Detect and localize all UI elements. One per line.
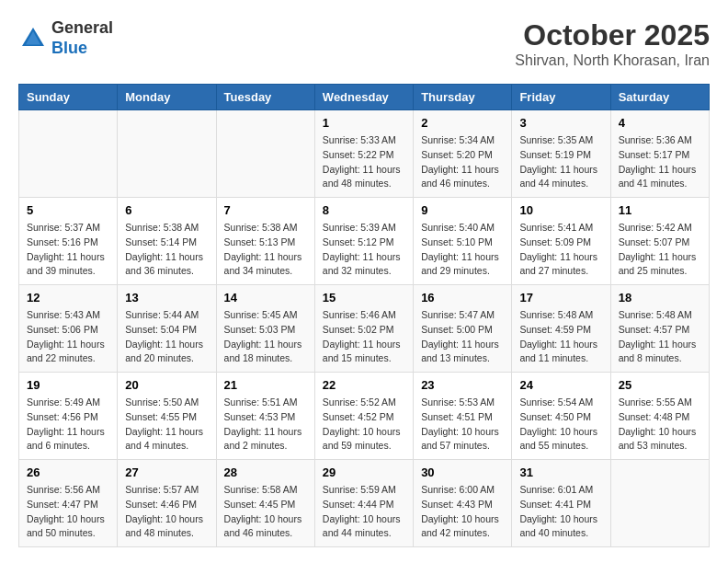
calendar-cell: 3Sunrise: 5:35 AM Sunset: 5:19 PM Daylig…: [512, 110, 610, 198]
day-number: 6: [125, 203, 208, 217]
day-info: Sunrise: 5:38 AM Sunset: 5:13 PM Dayligh…: [224, 221, 307, 279]
calendar-cell: 18Sunrise: 5:48 AM Sunset: 4:57 PM Dayli…: [610, 285, 709, 373]
weekday-header-row: SundayMondayTuesdayWednesdayThursdayFrid…: [19, 85, 710, 110]
day-info: Sunrise: 5:40 AM Sunset: 5:10 PM Dayligh…: [421, 221, 504, 279]
weekday-header-friday: Friday: [512, 85, 610, 110]
day-number: 15: [323, 291, 405, 304]
day-info: Sunrise: 5:38 AM Sunset: 5:14 PM Dayligh…: [125, 221, 208, 279]
day-info: Sunrise: 5:34 AM Sunset: 5:20 PM Dayligh…: [421, 133, 504, 191]
day-info: Sunrise: 5:56 AM Sunset: 4:47 PM Dayligh…: [27, 483, 109, 541]
day-number: 21: [224, 378, 307, 392]
day-number: 10: [519, 203, 602, 217]
day-number: 31: [519, 465, 602, 479]
day-info: Sunrise: 5:41 AM Sunset: 5:09 PM Dayligh…: [519, 221, 602, 279]
day-info: Sunrise: 5:35 AM Sunset: 5:19 PM Dayligh…: [519, 133, 602, 191]
logo-text: General Blue: [51, 18, 113, 58]
day-info: Sunrise: 5:54 AM Sunset: 4:50 PM Dayligh…: [519, 396, 602, 454]
calendar-cell: 12Sunrise: 5:43 AM Sunset: 5:06 PM Dayli…: [19, 285, 118, 373]
day-number: 16: [421, 291, 504, 304]
calendar-cell: 14Sunrise: 5:45 AM Sunset: 5:03 PM Dayli…: [216, 285, 314, 373]
day-info: Sunrise: 6:01 AM Sunset: 4:41 PM Dayligh…: [519, 483, 602, 541]
weekday-header-thursday: Thursday: [414, 85, 512, 110]
day-number: 13: [125, 291, 208, 304]
calendar-cell: 20Sunrise: 5:50 AM Sunset: 4:55 PM Dayli…: [118, 373, 216, 460]
weekday-header-monday: Monday: [118, 85, 216, 110]
day-number: 25: [619, 378, 701, 392]
day-info: Sunrise: 5:53 AM Sunset: 4:51 PM Dayligh…: [421, 396, 504, 454]
day-info: Sunrise: 5:58 AM Sunset: 4:45 PM Dayligh…: [224, 483, 307, 541]
calendar-cell: 1Sunrise: 5:33 AM Sunset: 5:22 PM Daylig…: [314, 110, 413, 198]
day-number: 27: [125, 465, 208, 479]
day-info: Sunrise: 5:50 AM Sunset: 4:55 PM Dayligh…: [125, 396, 208, 454]
calendar-cell: 4Sunrise: 5:36 AM Sunset: 5:17 PM Daylig…: [610, 110, 709, 198]
day-info: Sunrise: 5:55 AM Sunset: 4:48 PM Dayligh…: [619, 396, 701, 454]
calendar-table: SundayMondayTuesdayWednesdayThursdayFrid…: [18, 84, 710, 547]
calendar-cell: 9Sunrise: 5:40 AM Sunset: 5:10 PM Daylig…: [414, 198, 512, 285]
day-number: 24: [519, 378, 602, 392]
day-info: Sunrise: 5:36 AM Sunset: 5:17 PM Dayligh…: [619, 133, 701, 191]
calendar-cell: 22Sunrise: 5:52 AM Sunset: 4:52 PM Dayli…: [314, 373, 413, 460]
day-number: 26: [27, 465, 109, 479]
calendar-cell: 24Sunrise: 5:54 AM Sunset: 4:50 PM Dayli…: [512, 373, 610, 460]
day-info: Sunrise: 5:51 AM Sunset: 4:53 PM Dayligh…: [224, 396, 307, 454]
calendar-week-1: 1Sunrise: 5:33 AM Sunset: 5:22 PM Daylig…: [19, 110, 710, 198]
calendar-week-4: 19Sunrise: 5:49 AM Sunset: 4:56 PM Dayli…: [19, 373, 710, 460]
day-number: 20: [125, 378, 208, 392]
day-number: 9: [421, 203, 504, 217]
day-info: Sunrise: 5:39 AM Sunset: 5:12 PM Dayligh…: [323, 221, 405, 279]
calendar-cell: [216, 110, 314, 198]
calendar-cell: 7Sunrise: 5:38 AM Sunset: 5:13 PM Daylig…: [216, 198, 314, 285]
calendar-cell: 2Sunrise: 5:34 AM Sunset: 5:20 PM Daylig…: [414, 110, 512, 198]
logo-blue: Blue: [51, 39, 87, 57]
calendar-cell: 21Sunrise: 5:51 AM Sunset: 4:53 PM Dayli…: [216, 373, 314, 460]
weekday-header-saturday: Saturday: [610, 85, 709, 110]
day-number: 12: [27, 291, 109, 304]
day-info: Sunrise: 6:00 AM Sunset: 4:43 PM Dayligh…: [421, 483, 504, 541]
calendar-header: SundayMondayTuesdayWednesdayThursdayFrid…: [19, 85, 710, 110]
calendar-week-2: 5Sunrise: 5:37 AM Sunset: 5:16 PM Daylig…: [19, 198, 710, 285]
weekday-header-tuesday: Tuesday: [216, 85, 314, 110]
day-number: 30: [421, 465, 504, 479]
day-number: 7: [224, 203, 307, 217]
calendar-body: 1Sunrise: 5:33 AM Sunset: 5:22 PM Daylig…: [19, 110, 710, 547]
calendar-cell: 8Sunrise: 5:39 AM Sunset: 5:12 PM Daylig…: [314, 198, 413, 285]
day-number: 8: [323, 203, 405, 217]
calendar-cell: 28Sunrise: 5:58 AM Sunset: 4:45 PM Dayli…: [216, 460, 314, 547]
day-number: 1: [323, 116, 405, 130]
calendar-cell: 30Sunrise: 6:00 AM Sunset: 4:43 PM Dayli…: [414, 460, 512, 547]
calendar-cell: 15Sunrise: 5:46 AM Sunset: 5:02 PM Dayli…: [314, 285, 413, 373]
calendar-cell: 5Sunrise: 5:37 AM Sunset: 5:16 PM Daylig…: [19, 198, 118, 285]
day-info: Sunrise: 5:59 AM Sunset: 4:44 PM Dayligh…: [323, 483, 405, 541]
day-info: Sunrise: 5:47 AM Sunset: 5:00 PM Dayligh…: [421, 308, 504, 366]
title-block: October 2025 Shirvan, North Khorasan, Ir…: [515, 18, 710, 69]
calendar-cell: 17Sunrise: 5:48 AM Sunset: 4:59 PM Dayli…: [512, 285, 610, 373]
day-number: 3: [519, 116, 602, 130]
calendar-cell: 26Sunrise: 5:56 AM Sunset: 4:47 PM Dayli…: [19, 460, 118, 547]
day-info: Sunrise: 5:52 AM Sunset: 4:52 PM Dayligh…: [323, 396, 405, 454]
logo-icon: [18, 24, 48, 53]
day-info: Sunrise: 5:57 AM Sunset: 4:46 PM Dayligh…: [125, 483, 208, 541]
day-number: 4: [619, 116, 701, 130]
day-number: 29: [323, 465, 405, 479]
day-info: Sunrise: 5:48 AM Sunset: 4:59 PM Dayligh…: [519, 308, 602, 366]
page-header: General Blue October 2025 Shirvan, North…: [18, 18, 710, 69]
month-title: October 2025: [515, 18, 710, 52]
calendar-cell: 19Sunrise: 5:49 AM Sunset: 4:56 PM Dayli…: [19, 373, 118, 460]
day-info: Sunrise: 5:44 AM Sunset: 5:04 PM Dayligh…: [125, 308, 208, 366]
calendar-cell: 31Sunrise: 6:01 AM Sunset: 4:41 PM Dayli…: [512, 460, 610, 547]
calendar-cell: 29Sunrise: 5:59 AM Sunset: 4:44 PM Dayli…: [314, 460, 413, 547]
calendar-cell: 16Sunrise: 5:47 AM Sunset: 5:00 PM Dayli…: [414, 285, 512, 373]
day-info: Sunrise: 5:37 AM Sunset: 5:16 PM Dayligh…: [27, 221, 109, 279]
day-info: Sunrise: 5:45 AM Sunset: 5:03 PM Dayligh…: [224, 308, 307, 366]
day-number: 5: [27, 203, 109, 217]
day-number: 22: [323, 378, 405, 392]
day-number: 18: [619, 291, 701, 304]
day-info: Sunrise: 5:49 AM Sunset: 4:56 PM Dayligh…: [27, 396, 109, 454]
day-number: 14: [224, 291, 307, 304]
calendar-cell: 13Sunrise: 5:44 AM Sunset: 5:04 PM Dayli…: [118, 285, 216, 373]
calendar-week-3: 12Sunrise: 5:43 AM Sunset: 5:06 PM Dayli…: [19, 285, 710, 373]
day-number: 17: [519, 291, 602, 304]
calendar-cell: 11Sunrise: 5:42 AM Sunset: 5:07 PM Dayli…: [610, 198, 709, 285]
logo-general: General: [51, 18, 113, 37]
day-info: Sunrise: 5:48 AM Sunset: 4:57 PM Dayligh…: [619, 308, 701, 366]
